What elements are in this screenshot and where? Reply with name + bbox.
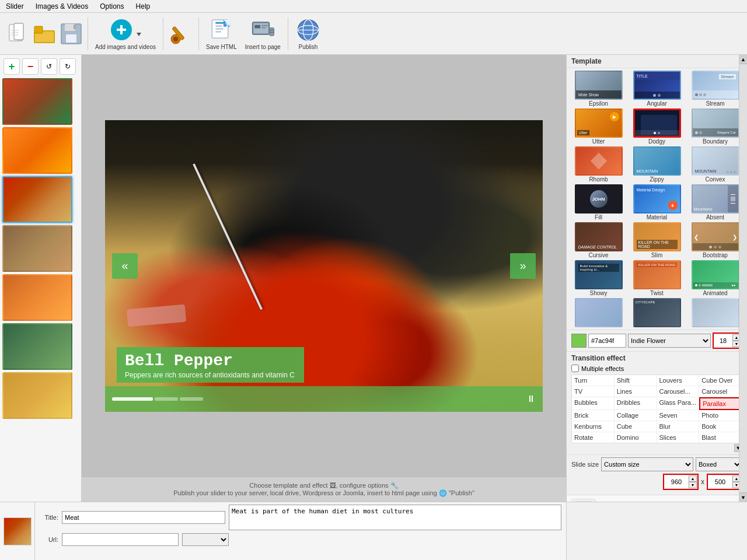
template-dodgy[interactable]: Dodgy [629,108,685,145]
template-scroll-down[interactable]: ▼ [739,492,747,502]
template-showy[interactable]: Build innovative & inspiring sl... Showy [570,260,627,296]
add-images-button[interactable]: Add images and videos [92,16,159,51]
size-height-input[interactable] [708,476,732,488]
url-target-select[interactable] [182,533,229,546]
template-epsilon[interactable]: Wide Show Epsilon [570,71,627,107]
transition-blur[interactable]: Blur [657,421,700,432]
template-utter[interactable]: Utter ▶ Utter [570,108,627,145]
transition-lines[interactable]: Lines [615,386,657,397]
color-swatch[interactable] [571,334,587,348]
color-hex-input[interactable] [588,334,626,348]
transition-parallax[interactable]: Parallax [699,397,742,410]
transition-slices[interactable]: Slices [657,432,700,443]
template-absent[interactable]: Mountains Absent [687,184,743,220]
template-more3[interactable] [687,298,743,327]
svg-rect-22 [216,28,224,29]
thumb-item-6[interactable] [2,323,72,370]
transition-domino[interactable]: Domino [615,432,657,443]
template-slim[interactable]: KILLER ON THE ROAD Slim [629,222,685,258]
prev-slide-btn[interactable]: « [112,253,138,279]
url-input[interactable] [62,533,179,546]
transition-cubeover[interactable]: Cube Over [699,375,742,386]
width-up[interactable]: ▲ [689,475,697,482]
insert-button[interactable]: Insert to page [242,16,284,51]
template-scroll-up[interactable]: ▲ [739,55,747,64]
transition-grid: Turn Shift Louvers Cube Over TV Lines Ca… [571,374,742,443]
template-animated[interactable]: ●● Animated [687,260,743,296]
template-epsilon-label: Epsilon [589,100,608,107]
template-convex[interactable]: MOUNTAIN Convex [687,146,743,183]
transition-tv[interactable]: TV [572,386,615,397]
template-more2[interactable]: CITYSCAPE [629,298,685,327]
menu-help[interactable]: Help [136,2,151,10]
thumb-item-7[interactable] [2,372,72,419]
menu-options[interactable]: Options [100,2,124,10]
multiple-effects-label[interactable]: Multiple effects [571,365,742,372]
title-input[interactable] [62,511,225,524]
transition-bubbles[interactable]: Bubbles [572,397,615,410]
template-cursive[interactable]: DAMAGE CONTROL Cursive [570,222,627,258]
transition-blast[interactable]: Blast [699,432,742,443]
template-angular[interactable]: TITLE Angular [629,71,685,107]
slider-area: Bell Pepper Peppers are rich sources of … [82,55,566,477]
menu-slider[interactable]: Slider [6,2,24,10]
template-boundary[interactable]: Elegant Cat Boundary [687,108,743,145]
thumb-item-5[interactable] [2,274,72,321]
font-select[interactable]: Indie Flower Arial Times New Roman [628,334,711,348]
undo-btn[interactable]: ↺ [41,58,57,75]
save-html-button[interactable]: Save HTML [203,16,240,51]
transition-book[interactable]: Book [699,421,742,432]
next-slide-btn[interactable]: » [510,253,536,279]
transition-shift[interactable]: Shift [615,375,657,386]
transition-seven[interactable]: Seven [657,410,700,421]
transition-louvers[interactable]: Louvers [657,375,700,386]
template-bootstrap[interactable]: ❯ ❮ Bootstrap [687,222,743,258]
svg-rect-23 [216,31,222,32]
size-preset-select[interactable]: Custom size 800x600 1280x720 [601,457,693,471]
add-images-label: Add images and videos [95,44,156,50]
transition-cube[interactable]: Cube [615,421,657,432]
size-width-input[interactable] [665,476,688,488]
template-boundary-label: Boundary [703,138,728,145]
template-stream[interactable]: Stream Stream [687,71,743,107]
description-input[interactable]: Meat is part of the human diet in most c… [229,505,561,530]
remove-slide-btn[interactable]: − [22,58,39,75]
transition-carousel[interactable]: Carousel... [657,386,700,397]
thumb-item-4[interactable] [2,225,72,272]
slide-size-label: Slide size [571,461,599,468]
transition-brick[interactable]: Brick [572,410,615,421]
open-button[interactable] [32,16,57,51]
multiple-effects-checkbox[interactable] [571,365,579,372]
new-button[interactable] [5,16,30,51]
font-size-input[interactable] [714,335,732,346]
template-material[interactable]: Material Design + Material [629,184,685,220]
transition-kenburns[interactable]: Kenburns [572,421,615,432]
template-dodgy-label: Dodgy [648,138,665,145]
save-button[interactable] [58,16,84,51]
more-settings[interactable]: More settings [567,495,747,502]
template-slim-label: Slim [651,252,662,258]
thumb-item-3[interactable] [2,176,72,223]
transition-photo[interactable]: Photo [699,410,742,421]
add-slide-btn[interactable]: + [4,58,20,75]
transition-turn[interactable]: Turn [572,375,615,386]
size-type-select[interactable]: Boxed Full Width [696,457,742,471]
width-down[interactable]: ▼ [689,482,697,488]
publish-button[interactable]: Publish [292,16,324,51]
tools-button[interactable] [167,16,195,51]
transition-collage[interactable]: Collage [615,410,657,421]
template-rhomb[interactable]: Rhomb [570,146,627,183]
menu-images-videos[interactable]: Images & Videos [36,2,89,10]
template-more1[interactable] [570,298,627,327]
thumb-item-1[interactable] [2,78,72,125]
template-twist[interactable]: KILLER ON THE ROAD Twist [629,260,685,296]
template-zippy[interactable]: MOUNTAIN Zippy [629,146,685,183]
transition-dribbles[interactable]: Dribbles [615,397,657,410]
template-fill[interactable]: JOHN Fill [570,184,627,220]
redo-btn[interactable]: ↻ [60,58,76,75]
thumb-item-2[interactable] [2,127,72,174]
pause-btn[interactable]: ⏸ [526,394,536,404]
transition-glasspara[interactable]: Glass Para... [657,397,700,410]
transition-rotate[interactable]: Rotate [572,432,615,443]
transition-carousel2[interactable]: Carousel [699,386,742,397]
